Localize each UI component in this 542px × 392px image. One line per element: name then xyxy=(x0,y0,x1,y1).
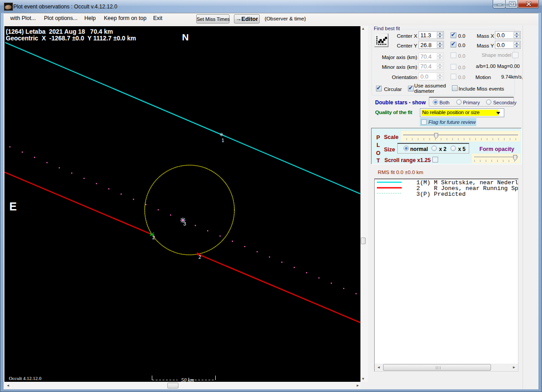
svg-text:2: 2 xyxy=(198,254,201,260)
svg-text:50 km: 50 km xyxy=(181,377,194,382)
svg-text:2: 2 xyxy=(152,235,155,240)
svg-text:3: 3 xyxy=(183,221,186,226)
svg-text:1: 1 xyxy=(222,138,224,143)
